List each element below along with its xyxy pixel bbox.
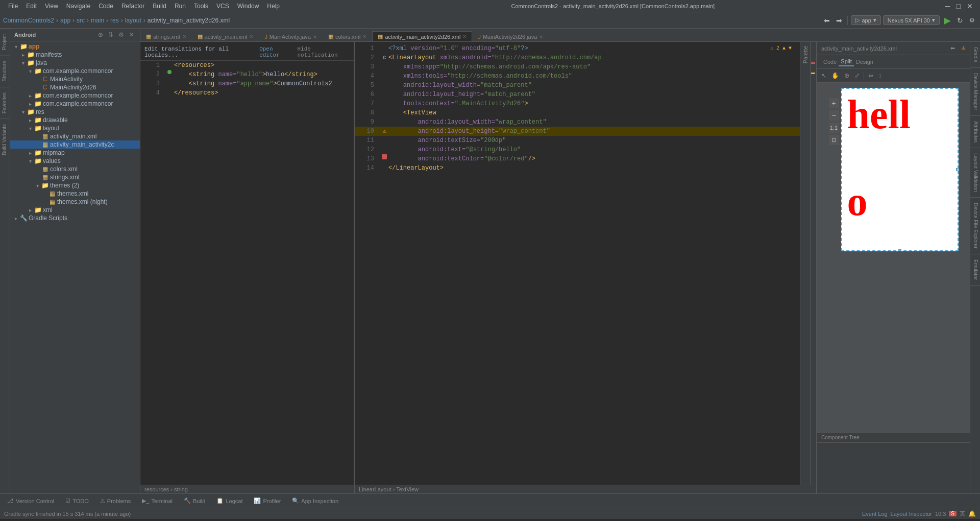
menu-vcs[interactable]: VCS — [212, 2, 233, 11]
tab-mainactivity-java[interactable]: J MainActivity.java ✕ — [259, 32, 323, 41]
minimize-btn[interactable]: ─ — [942, 2, 953, 10]
tree-item-themes-night[interactable]: ▦ themes.xml (night) — [10, 198, 140, 206]
tree-item-themes-xml[interactable]: ▦ themes.xml — [10, 190, 140, 198]
zoom-reset-btn[interactable]: 1:1 — [829, 123, 839, 133]
bottom-tab-problems[interactable]: ⚠ Problems — [95, 496, 136, 505]
left-code-area[interactable]: Edit translations for all locales... Ope… — [140, 42, 354, 485]
tree-item-manifests[interactable]: ▸ 📁 manifests — [10, 51, 140, 59]
tab-colors-xml[interactable]: ▦ colors.xml ✕ — [323, 31, 373, 41]
breadcrumb-layout[interactable]: layout — [125, 17, 141, 24]
canvas-handle-right-center[interactable] — [955, 168, 959, 172]
sidebar-item-build-variants[interactable]: Build Variants — [0, 119, 10, 160]
menu-run[interactable]: Run — [170, 2, 190, 11]
tab-activity-main-xml[interactable]: ▦ activity_main.xml ✕ — [192, 31, 259, 41]
settings-btn[interactable]: ⚙ — [967, 16, 977, 25]
tab-split-btn[interactable]: Split — [839, 57, 853, 66]
project-sort-btn[interactable]: ⇅ — [107, 31, 115, 39]
tree-item-layout[interactable]: ▾ 📁 layout — [10, 124, 140, 132]
breadcrumb-src[interactable]: src — [77, 17, 85, 24]
menu-view[interactable]: View — [41, 2, 62, 11]
right-code-area[interactable]: 1 <?xml version="1.0" encoding="utf-8"?>… — [355, 42, 800, 485]
tab-design-btn[interactable]: Design — [854, 58, 875, 66]
project-close-btn[interactable]: ✕ — [128, 31, 136, 39]
menu-refactor[interactable]: Refactor — [117, 2, 149, 11]
design-horiz-btn[interactable]: ⇔ — [866, 71, 875, 80]
tree-item-app[interactable]: ▾ 📁 app — [10, 42, 140, 51]
breadcrumb-project[interactable]: CommonControls2 — [3, 17, 54, 24]
tree-item-xml-folder[interactable]: ▸ 📁 xml — [10, 206, 140, 214]
design-go-btn[interactable]: ⬅ — [948, 44, 957, 53]
tree-item-drawable[interactable]: ▸ 📁 drawable — [10, 116, 140, 124]
tree-item-activity-main[interactable]: ▦ activity_main.xml — [10, 132, 140, 140]
zoom-fit-btn[interactable]: ⊡ — [829, 135, 839, 145]
sync-btn[interactable]: ↻ — [955, 15, 965, 26]
design-vert-btn[interactable]: ↕ — [876, 71, 884, 80]
back-btn[interactable]: ⬅ — [822, 15, 832, 26]
layout-inspector-link[interactable]: Layout Inspector — [891, 511, 932, 517]
tree-item-strings[interactable]: ▦ strings.xml — [10, 173, 140, 181]
breadcrumb-main[interactable]: main — [91, 17, 104, 24]
right-tab-gradle[interactable]: Gradle — [970, 42, 980, 68]
tree-item-gradle[interactable]: ▸ 🔧 Gradle Scripts — [10, 214, 140, 222]
tab-strings-xml-close[interactable]: ✕ — [182, 34, 186, 39]
menu-help[interactable]: Help — [263, 2, 284, 11]
tab-activity-main-2d26[interactable]: ▦ activity_main_activity2d26.xml ✕ — [372, 31, 472, 41]
menu-code[interactable]: Code — [94, 2, 117, 11]
zoom-out-btn[interactable]: − — [829, 110, 839, 121]
bottom-tab-logcat[interactable]: 📋 Logcat — [211, 496, 248, 505]
right-tab-emulator[interactable]: Emulator — [970, 254, 980, 286]
tab-colors-xml-close[interactable]: ✕ — [362, 34, 366, 39]
tree-item-package2[interactable]: ▸ 📁 com.example.commoncor — [10, 91, 140, 100]
design-cursor-btn[interactable]: ↖ — [819, 71, 828, 80]
tree-item-java[interactable]: ▾ 📁 java — [10, 59, 140, 67]
design-zoom-btn[interactable]: ⊕ — [842, 71, 851, 80]
right-tab-device-manager[interactable]: Device Manager — [970, 68, 980, 116]
tree-item-values[interactable]: ▾ 📁 values — [10, 157, 140, 165]
canvas-handle-bottom-center[interactable] — [898, 248, 902, 251]
tree-item-package3[interactable]: ▸ 📁 com.example.commoncor — [10, 100, 140, 108]
menu-edit[interactable]: Edit — [22, 2, 41, 11]
run-config[interactable]: ▷ app ▾ — [851, 15, 880, 25]
tree-item-colors[interactable]: ▦ colors.xml — [10, 165, 140, 173]
run-button[interactable]: ▶ — [942, 15, 953, 26]
device-selector[interactable]: Nexus 5X API 30 ▾ — [883, 15, 940, 25]
tree-item-mainactivity2d26[interactable]: C MainActivity2d26 — [10, 83, 140, 91]
forward-btn[interactable]: ➡ — [834, 15, 844, 26]
bottom-tab-todo[interactable]: ☑ TODO — [60, 496, 94, 505]
maximize-btn[interactable]: □ — [953, 2, 964, 10]
right-tab-attributes[interactable]: Attributes — [970, 116, 980, 148]
tab-mainactivity2d26-java[interactable]: J MainActivity2d26.java ✕ — [472, 32, 549, 41]
tab-activity-main-2d26-close[interactable]: ✕ — [462, 34, 467, 39]
palette-tab[interactable]: Palette — [801, 42, 810, 67]
tab-activity-main-close[interactable]: ✕ — [249, 34, 253, 39]
design-resize-btn[interactable]: ⤢ — [852, 71, 862, 80]
tab-mainactivity2d26-java-close[interactable]: ✕ — [539, 34, 543, 40]
bottom-tab-profiler[interactable]: 📊 Profiler — [249, 496, 286, 505]
tree-item-package1[interactable]: ▾ 📁 com.example.commoncor — [10, 67, 140, 75]
project-filter-btn[interactable]: ⚙ — [117, 31, 126, 39]
tree-item-mipmap[interactable]: ▸ 📁 mipmap — [10, 149, 140, 157]
bottom-tab-terminal[interactable]: ▶_ Terminal — [137, 496, 178, 505]
sidebar-item-favorites[interactable]: Favorites — [0, 87, 10, 119]
right-tab-layout-validation[interactable]: Layout Validation — [970, 148, 980, 198]
design-hand-btn[interactable]: ✋ — [829, 71, 841, 80]
tab-mainactivity-java-close[interactable]: ✕ — [313, 34, 317, 40]
sidebar-item-structure[interactable]: Structure — [0, 55, 10, 87]
breadcrumb-res[interactable]: res — [110, 17, 119, 24]
menu-tools[interactable]: Tools — [190, 2, 212, 11]
zoom-in-btn[interactable]: + — [829, 98, 839, 108]
tree-item-themes[interactable]: ▾ 📁 themes (2) — [10, 181, 140, 190]
breadcrumb-app[interactable]: app — [60, 17, 70, 24]
tab-strings-xml[interactable]: ▦ strings.xml ✕ — [140, 31, 192, 41]
event-log-link[interactable]: Event Log — [862, 511, 888, 517]
hide-notification-link[interactable]: Hide notification — [297, 46, 350, 58]
bottom-tab-version-control[interactable]: ⎇ Version Control — [2, 496, 59, 505]
open-editor-link[interactable]: Open editor — [259, 46, 293, 58]
tree-item-activity-main-2d26[interactable]: ▦ activity_main_activity2c — [10, 140, 140, 149]
menu-navigate[interactable]: Navigate — [62, 2, 94, 11]
right-tab-device-file-explorer[interactable]: Device File Explorer — [970, 198, 980, 254]
tree-item-res[interactable]: ▾ 📁 res — [10, 108, 140, 116]
bottom-tab-app-inspection[interactable]: 🔍 App Inspection — [287, 496, 344, 505]
menu-file[interactable]: File — [4, 2, 22, 11]
tab-code-btn[interactable]: Code — [821, 58, 839, 66]
